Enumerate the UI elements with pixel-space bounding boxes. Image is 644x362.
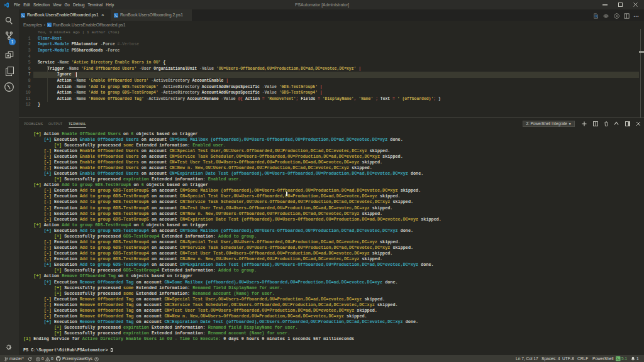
svg-text:1: 1 [11, 39, 13, 45]
